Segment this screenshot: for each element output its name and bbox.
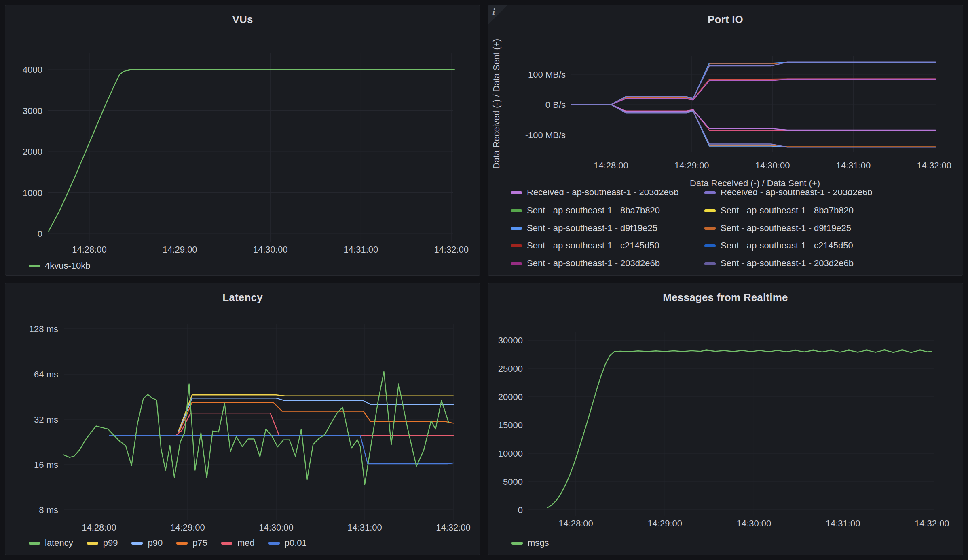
legend-item-msgs[interactable]: msgs (511, 538, 549, 548)
legend-item-p0-01[interactable]: p0.01 (268, 538, 307, 548)
legend-swatch (29, 265, 40, 267)
x-tick-label: 14:29:00 (647, 518, 682, 528)
legend-swatch (511, 244, 522, 247)
y-tick-label: 8 ms (39, 505, 58, 515)
legend-swatch (87, 542, 98, 545)
legend-item-received-ap-southeast-1-203d2e6b[interactable]: Received - ap-southeast-1 - 203d2e6b (511, 190, 704, 198)
legend-swatch (511, 209, 522, 212)
port-io-legend-col-right: Sent - ap-southeast-1 - d9f19e25 (704, 223, 851, 234)
y-tick-label: 5000 (503, 477, 523, 487)
legend-label: p75 (192, 538, 207, 548)
legend-swatch (704, 244, 716, 247)
y-tick-label: 128 ms (29, 324, 58, 334)
port-io-legend-col-left: Sent - ap-southeast-1 - 8ba7b820 (511, 205, 704, 216)
legend-label: Sent - ap-southeast-1 - 8ba7b820 (527, 205, 660, 216)
legend-label: Sent - ap-southeast-1 - 203d2e6b (527, 258, 660, 269)
x-tick-label: 14:29:00 (170, 522, 205, 533)
legend-label: Sent - ap-southeast-1 - c2145d50 (721, 240, 853, 251)
legend-swatch (704, 209, 716, 212)
legend-swatch (511, 262, 522, 265)
panel-port-io: i Port IO 14:28:0014:29:0014:30:0014:31:… (488, 5, 963, 276)
x-tick-label: 14:32:00 (917, 160, 951, 171)
panel-messages: Messages from Realtime 14:28:0014:29:001… (488, 283, 963, 555)
legend-swatch (268, 542, 280, 545)
y-tick-label: 2000 (23, 147, 42, 157)
legend-label: Sent - ap-southeast-1 - 203d2e6b (721, 258, 854, 269)
legend-item-4kvus-10kb[interactable]: 4kvus-10kb (29, 261, 91, 271)
y-tick-label: 15000 (498, 420, 523, 430)
legend-item-p90[interactable]: p90 (131, 538, 163, 548)
vus-legend: 4kvus-10kb (29, 261, 91, 271)
legend-swatch (511, 542, 523, 545)
y-tick-label: -100 MB/s (525, 130, 566, 140)
x-tick-label: 14:28:00 (82, 522, 116, 533)
legend-swatch (704, 227, 716, 230)
x-tick-label: 14:30:00 (259, 522, 294, 533)
y-tick-label: 0 (38, 229, 42, 239)
y-tick-label: 16 ms (34, 460, 58, 470)
port-io-legend-col-right: Sent - ap-southeast-1 - c2145d50 (704, 240, 853, 251)
legend-swatch (29, 542, 40, 545)
port-io-legend-col-right: Received - ap-southeast-1 - 203d2e6b (704, 190, 872, 198)
legend-swatch (704, 191, 716, 194)
port-io-legend-col-right: Sent - ap-southeast-1 - 203d2e6b (704, 258, 854, 269)
legend-item-p75[interactable]: p75 (176, 538, 207, 548)
x-tick-label: 14:30:00 (737, 518, 771, 528)
legend-item-sent-ap-southeast-1-d9f19e25[interactable]: Sent - ap-southeast-1 - d9f19e25 (511, 223, 704, 234)
port-io-legend-row: Sent - ap-southeast-1 - 203d2e6bSent - a… (511, 257, 958, 269)
y-tick-label: 3000 (23, 106, 42, 116)
legend-label: Received - ap-southeast-1 - 203d2e6b (721, 190, 872, 198)
x-tick-label: 14:31:00 (344, 244, 378, 255)
series-line-p75 (179, 402, 453, 433)
x-tick-label: 14:28:00 (72, 244, 107, 255)
legend-item-sent-ap-southeast-1-8ba7b820[interactable]: Sent - ap-southeast-1 - 8ba7b820 (704, 205, 854, 216)
port-io-legend-col-left: Received - ap-southeast-1 - 203d2e6b (511, 190, 704, 198)
x-tick-label: 14:31:00 (826, 518, 860, 528)
legend-item-sent-ap-southeast-1-8ba7b820[interactable]: Sent - ap-southeast-1 - 8ba7b820 (511, 205, 704, 216)
legend-swatch (131, 542, 143, 545)
legend-item-med[interactable]: med (221, 538, 255, 548)
x-tick-label: 14:29:00 (163, 244, 197, 255)
y-tick-label: 20000 (498, 392, 523, 402)
x-tick-label: 14:30:00 (755, 160, 790, 171)
legend-item-received-ap-southeast-1-203d2e6b[interactable]: Received - ap-southeast-1 - 203d2e6b (704, 190, 872, 198)
port-io-legend-col-left: Sent - ap-southeast-1 - 203d2e6b (511, 258, 704, 269)
legend-item-p99[interactable]: p99 (87, 538, 118, 548)
legend-item-sent-ap-southeast-1-c2145d50[interactable]: Sent - ap-southeast-1 - c2145d50 (511, 240, 704, 251)
y-axis-label: Data Received (-) / Data Sent (+) (491, 39, 501, 169)
legend-label: p0.01 (285, 538, 307, 548)
legend-swatch (176, 542, 188, 545)
legend-item-sent-ap-southeast-1-203d2e6b[interactable]: Sent - ap-southeast-1 - 203d2e6b (704, 258, 854, 269)
legend-item-latency[interactable]: latency (29, 538, 73, 548)
legend-item-sent-ap-southeast-1-d9f19e25[interactable]: Sent - ap-southeast-1 - d9f19e25 (704, 223, 851, 234)
y-tick-label: 1000 (23, 188, 42, 198)
latency-chart: 14:28:0014:29:0014:30:0014:31:0014:32:00… (5, 283, 480, 555)
y-tick-label: 4000 (23, 65, 42, 75)
port-io-legend-row: Sent - ap-southeast-1 - 8ba7b820Sent - a… (511, 204, 958, 217)
panel-latency: Latency 14:28:0014:29:0014:30:0014:31:00… (5, 283, 480, 555)
legend-swatch (704, 262, 716, 265)
series-line-sent-ap-southeast-1-203d2e6b (572, 79, 935, 105)
x-axis-label: Data Received (-) / Data Sent (+) (690, 178, 820, 188)
x-tick-label: 14:29:00 (674, 160, 709, 171)
x-tick-label: 14:28:00 (594, 160, 628, 171)
y-tick-label: 30000 (498, 335, 523, 345)
port-io-legend-row: Received - ap-southeast-1 - 203d2e6bRece… (511, 190, 958, 198)
x-tick-label: 14:31:00 (347, 522, 382, 533)
legend-item-sent-ap-southeast-1-c2145d50[interactable]: Sent - ap-southeast-1 - c2145d50 (704, 240, 853, 251)
legend-item-sent-ap-southeast-1-203d2e6b[interactable]: Sent - ap-southeast-1 - 203d2e6b (511, 258, 704, 269)
messages-legend: msgs (511, 538, 549, 548)
latency-legend: latencyp99p90p75medp0.01 (29, 538, 307, 548)
messages-chart: 14:28:0014:29:0014:30:0014:31:0014:32:00… (488, 283, 963, 555)
port-io-legend-row: Sent - ap-southeast-1 - d9f19e25Sent - a… (511, 222, 958, 234)
legend-label: p99 (103, 538, 118, 548)
vus-chart: 14:28:0014:29:0014:30:0014:31:0014:32:00… (5, 5, 480, 276)
legend-swatch (221, 542, 232, 545)
series-line-received-ap-southeast-1-203d2e6b (572, 105, 935, 130)
port-io-legend: Received - ap-southeast-1 - 203d2e6bRece… (511, 190, 958, 272)
x-tick-label: 14:32:00 (915, 518, 949, 528)
port-io-legend-col-right: Sent - ap-southeast-1 - 8ba7b820 (704, 205, 854, 216)
y-tick-label: 32 ms (34, 415, 58, 425)
legend-label: Sent - ap-southeast-1 - d9f19e25 (527, 223, 657, 234)
port-io-legend-row: Sent - ap-southeast-1 - c2145d50Sent - a… (511, 240, 958, 252)
